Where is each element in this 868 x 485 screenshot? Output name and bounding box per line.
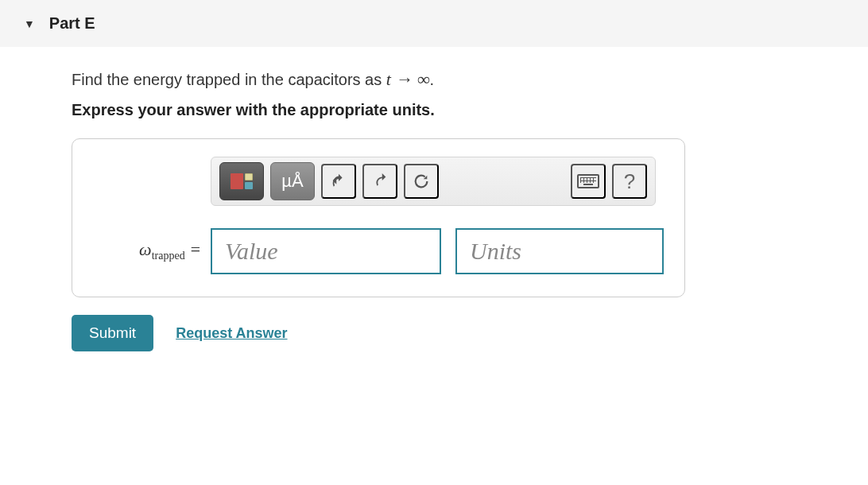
answer-instruction: Express your answer with the appropriate… xyxy=(72,101,796,119)
equation-toolbar: µÅ ? xyxy=(211,157,656,206)
templates-button[interactable] xyxy=(219,162,264,200)
answer-input-row: ωtrapped = xyxy=(91,228,665,274)
redo-icon xyxy=(371,173,389,190)
prompt-suffix: . xyxy=(430,71,435,88)
part-header[interactable]: ▼ Part E xyxy=(0,0,868,47)
prompt-math: t → ∞ xyxy=(386,69,430,89)
undo-button[interactable] xyxy=(321,164,356,199)
undo-icon xyxy=(330,173,347,190)
units-symbols-button[interactable]: µÅ xyxy=(270,162,315,200)
question-prompt: Find the energy trapped in the capacitor… xyxy=(72,69,796,90)
reset-icon xyxy=(413,173,430,190)
action-row: Submit Request Answer xyxy=(72,315,796,351)
templates-icon xyxy=(231,173,253,189)
help-button[interactable]: ? xyxy=(612,164,647,199)
part-content: Find the energy trapped in the capacitor… xyxy=(0,47,868,367)
keyboard-icon xyxy=(577,174,599,188)
collapse-arrow-icon: ▼ xyxy=(24,17,35,30)
units-symbols-label: µÅ xyxy=(281,171,303,192)
value-input[interactable] xyxy=(211,228,441,274)
answer-panel: µÅ ? ωtrapped = xyxy=(72,138,685,297)
units-input[interactable] xyxy=(455,228,664,274)
variable-label: ωtrapped = xyxy=(91,239,201,262)
keyboard-button[interactable] xyxy=(571,164,606,199)
reset-button[interactable] xyxy=(404,164,439,199)
request-answer-link[interactable]: Request Answer xyxy=(176,325,287,342)
redo-button[interactable] xyxy=(362,164,397,199)
variable-subscript: trapped xyxy=(152,250,185,262)
submit-button[interactable]: Submit xyxy=(72,315,153,351)
prompt-prefix: Find the energy trapped in the capacitor… xyxy=(72,71,386,88)
help-label: ? xyxy=(624,169,635,194)
part-title: Part E xyxy=(49,14,95,33)
equals-sign: = xyxy=(185,239,201,259)
variable-symbol: ω xyxy=(139,239,152,259)
